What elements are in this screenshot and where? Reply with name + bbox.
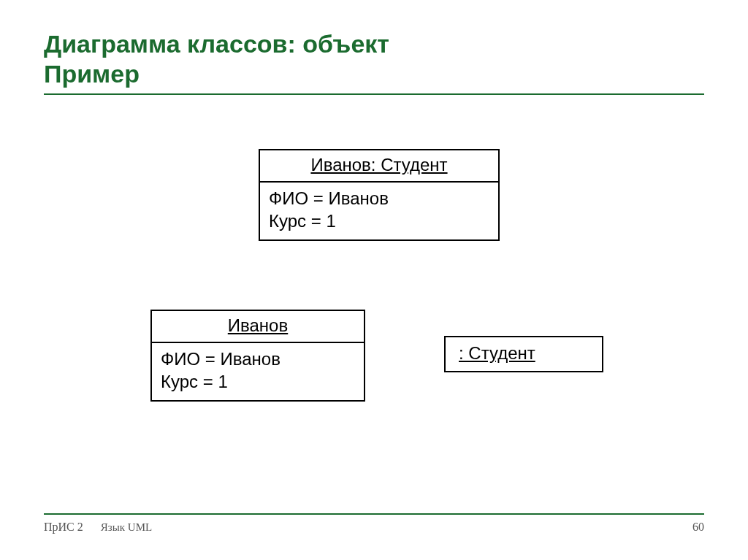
uml-attr-kurs: Курс = 1 [161,370,355,393]
footer-course-code: ПрИС 2 [44,521,83,534]
uml-object-ivanov-student: Иванов: Студент ФИО = Иванов Курс = 1 [259,149,500,241]
title-line-1: Диаграмма классов: объект [44,29,704,59]
uml-object-header: Иванов [152,311,364,343]
footer-page-number: 60 [692,521,704,534]
title-line-2: Пример [44,59,704,89]
uml-object-label: : Студент [459,343,535,363]
title-block: Диаграмма классов: объект Пример [44,29,704,95]
diagram-area: Иванов: Студент ФИО = Иванов Курс = 1 Ив… [44,101,704,480]
slide: Диаграмма классов: объект Пример Иванов:… [0,0,748,560]
uml-object-header: Иванов: Студент [260,150,498,183]
footer-topic: Язык UML [101,521,152,534]
uml-attr-kurs: Курс = 1 [269,210,489,232]
uml-attr-fio: ФИО = Иванов [161,348,355,370]
slide-footer: ПрИС 2 Язык UML 60 [44,513,704,534]
uml-object-body: ФИО = Иванов Курс = 1 [260,183,498,239]
uml-attr-fio: ФИО = Иванов [269,187,489,210]
uml-object-anonymous-student: : Студент [444,336,603,372]
uml-object-body: ФИО = Иванов Курс = 1 [152,343,364,400]
uml-object-ivanov: Иванов ФИО = Иванов Курс = 1 [150,310,365,402]
